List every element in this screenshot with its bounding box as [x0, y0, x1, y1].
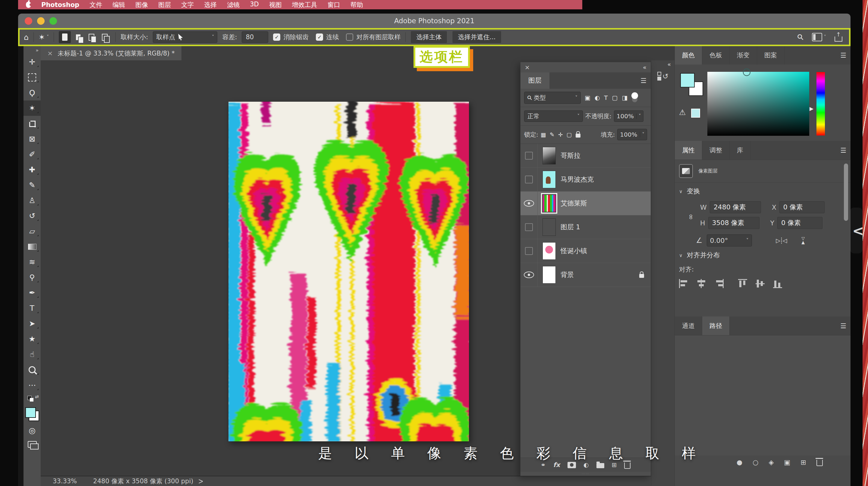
tab-库[interactable]: 库: [730, 141, 751, 160]
panel-menu-icon[interactable]: ☰: [840, 322, 846, 330]
add-selection-button[interactable]: [72, 31, 84, 43]
foreground-color-swatch[interactable]: [25, 407, 36, 418]
eyedropper-tool[interactable]: ✐: [24, 147, 41, 162]
menu-item-增效工具[interactable]: 增效工具: [292, 1, 317, 9]
minimize-window-button[interactable]: [37, 17, 44, 25]
path-select-tool[interactable]: ➤: [24, 316, 41, 331]
transform-section-header[interactable]: ∨ 变换: [675, 182, 850, 198]
tolerance-input[interactable]: 80: [242, 31, 268, 43]
screen-mode-icon[interactable]: [28, 441, 37, 448]
menu-item-3D[interactable]: 3D: [250, 1, 259, 9]
hand-tool[interactable]: ☝: [24, 347, 41, 362]
smudge-tool[interactable]: ≋: [24, 254, 41, 270]
panel-menu-icon[interactable]: ☰: [840, 147, 846, 154]
select-subject-button[interactable]: 选择主体: [410, 31, 447, 44]
tab-通道[interactable]: 通道: [675, 316, 702, 335]
subtract-selection-button[interactable]: [85, 31, 97, 43]
filter-type-dropdown[interactable]: ⚲ 类型 ˅: [524, 92, 581, 104]
opacity-field[interactable]: 100% ˅: [614, 110, 644, 122]
filter-adjustment-icon[interactable]: ◐: [595, 94, 600, 102]
menu-item-文件[interactable]: 文件: [90, 1, 102, 9]
frame-tool[interactable]: ⊠: [24, 131, 41, 147]
mask-from-path-icon[interactable]: ▣: [784, 459, 790, 466]
menu-item-视图[interactable]: 视图: [269, 1, 282, 9]
delete-path-icon[interactable]: [816, 460, 823, 466]
menu-item-滤镜[interactable]: 滤镜: [227, 1, 240, 9]
menu-item-图像[interactable]: 图像: [135, 1, 148, 9]
canvas-document[interactable]: [228, 102, 469, 441]
layer-row[interactable]: 艾德莱斯: [521, 192, 651, 216]
lock-transparent-icon[interactable]: ▦: [541, 131, 546, 138]
layer-visibility-toggle[interactable]: [521, 216, 538, 239]
collapse-panel-icon[interactable]: «: [643, 64, 647, 71]
sample-size-dropdown[interactable]: 取样点 ˅: [153, 31, 217, 43]
layer-row[interactable]: 背景: [521, 263, 651, 287]
close-window-button[interactable]: [25, 17, 32, 25]
move-tool[interactable]: ✛: [24, 54, 41, 70]
layer-visibility-toggle[interactable]: [521, 144, 538, 167]
menu-item-选择[interactable]: 选择: [204, 1, 217, 9]
option-checkbox[interactable]: ✓连续: [316, 33, 339, 41]
panel-scrollbar[interactable]: [844, 164, 848, 221]
close-panel-icon[interactable]: ×: [525, 64, 530, 71]
marquee-tool[interactable]: [24, 70, 41, 85]
fill-path-icon[interactable]: ●: [737, 459, 742, 466]
workspace-switcher[interactable]: ˅: [812, 33, 827, 41]
clone-stamp-tool[interactable]: ♙: [24, 193, 41, 208]
layer-row[interactable]: 图层 1: [521, 216, 651, 239]
option-checkbox[interactable]: 对所有图层取样: [346, 33, 401, 41]
panel-resize-grip[interactable]: ⋯⋯: [521, 472, 651, 476]
align-right-icon[interactable]: [714, 279, 724, 288]
tab-调整[interactable]: 调整: [702, 141, 730, 160]
filter-pixel-icon[interactable]: ▣: [585, 94, 590, 102]
width-field[interactable]: 2480 像素: [710, 201, 761, 213]
tab-属性[interactable]: 属性: [675, 141, 702, 160]
layer-visibility-toggle[interactable]: [521, 192, 538, 215]
zoom-window-button[interactable]: [50, 17, 57, 25]
tab-色板[interactable]: 色板: [702, 46, 730, 64]
menu-item-编辑[interactable]: 编辑: [113, 1, 125, 9]
align-top-icon[interactable]: [738, 279, 748, 288]
tab-layers[interactable]: 图层: [521, 73, 550, 89]
pen-tool[interactable]: ✒: [24, 285, 41, 301]
stroke-path-icon[interactable]: ○: [752, 459, 758, 466]
tab-图案[interactable]: 图案: [757, 46, 784, 64]
flip-horizontal-icon[interactable]: ▷┊◁: [776, 237, 786, 244]
new-path-icon[interactable]: ⊞: [801, 459, 806, 466]
select-and-mask-button[interactable]: 选择并遮住...: [452, 31, 501, 44]
healing-brush-tool[interactable]: ✚: [24, 162, 41, 177]
lock-artboard-icon[interactable]: ▢: [567, 131, 572, 138]
tab-渐变[interactable]: 渐变: [730, 46, 757, 64]
color-field[interactable]: [707, 72, 809, 136]
layer-row[interactable]: 怪诞小镇: [521, 239, 651, 263]
zoom-level[interactable]: 33.33%: [53, 478, 77, 485]
new-selection-button[interactable]: [59, 31, 71, 43]
back-chevron-icon[interactable]: <: [852, 223, 864, 239]
edit-toolbar[interactable]: ⋯: [24, 377, 41, 393]
close-document-icon[interactable]: ×: [47, 50, 53, 57]
tab-颜色[interactable]: 颜色: [675, 46, 702, 64]
tool-preset[interactable]: ✶ ˅: [38, 33, 49, 41]
quick-mask-icon[interactable]: ◎: [29, 426, 36, 435]
new-group-icon[interactable]: [596, 463, 604, 468]
menu-item-文字[interactable]: 文字: [181, 1, 194, 9]
expand-dock-icon[interactable]: «: [667, 61, 671, 67]
tab-路径[interactable]: 路径: [702, 316, 730, 335]
flip-vertical-icon[interactable]: ▽ ▲: [801, 236, 805, 245]
filter-type-icon[interactable]: T: [604, 94, 608, 102]
hue-slider[interactable]: [816, 72, 825, 136]
filter-shape-icon[interactable]: ▢: [612, 94, 618, 102]
fill-field[interactable]: 100% ˅: [617, 129, 647, 140]
align-bottom-icon[interactable]: [773, 279, 783, 288]
eraser-tool[interactable]: ▱: [24, 224, 41, 239]
height-field[interactable]: 3508 像素: [708, 217, 760, 229]
layer-visibility-toggle[interactable]: [521, 168, 538, 191]
zoom-tool[interactable]: [24, 362, 41, 377]
history-panel-icon[interactable]: ↺: [657, 72, 669, 81]
option-checkbox[interactable]: ✓消除锯齿: [273, 33, 309, 41]
lock-pixels-icon[interactable]: ✎: [550, 131, 555, 138]
color-picker-ring[interactable]: [743, 68, 750, 76]
layer-visibility-toggle[interactable]: [521, 239, 538, 263]
share-icon[interactable]: [835, 36, 842, 41]
apple-logo-icon[interactable]: [26, 2, 31, 8]
